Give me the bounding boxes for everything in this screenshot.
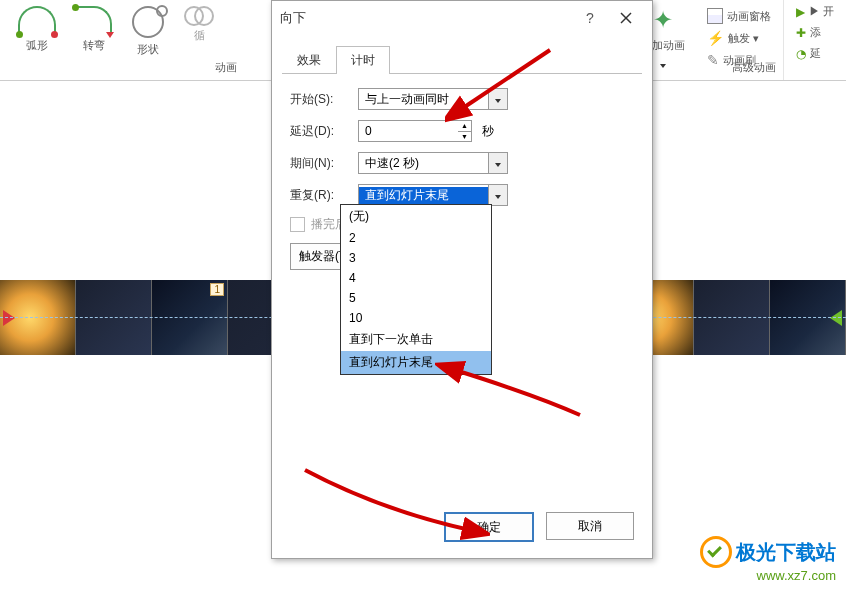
turn-icon bbox=[76, 6, 112, 34]
tab-timing[interactable]: 计时 bbox=[336, 46, 390, 74]
motion-turn[interactable]: 转弯 bbox=[66, 4, 122, 55]
ribbon-group-advanced: 高级动画 bbox=[732, 60, 776, 77]
play-icon: ▶ bbox=[796, 5, 805, 19]
plus-icon: ✚ bbox=[796, 26, 806, 40]
dialog-help-button[interactable]: ? bbox=[572, 4, 608, 32]
clock-icon: ◔ bbox=[796, 47, 806, 61]
repeat-option-3[interactable]: 3 bbox=[341, 248, 491, 268]
dropdown-button[interactable] bbox=[488, 153, 507, 173]
trigger-label: 触发 ▾ bbox=[728, 31, 759, 46]
arc-icon bbox=[18, 6, 56, 34]
chevron-down-icon bbox=[495, 156, 501, 170]
repeat-option-until-end[interactable]: 直到幻灯片末尾 bbox=[341, 351, 491, 374]
timing-delay-row[interactable]: ◔ 延 bbox=[792, 44, 825, 63]
start-marker-icon bbox=[3, 310, 15, 326]
repeat-option-2[interactable]: 2 bbox=[341, 228, 491, 248]
timing-dialog: 向下 ? 效果 计时 开始(S): 与上一动画同时 延迟(D): 0 ▲ ▼ bbox=[271, 0, 653, 559]
animation-pane-label: 动画窗格 bbox=[727, 9, 771, 24]
chevron-down-icon bbox=[660, 57, 666, 71]
pane-icon bbox=[707, 8, 723, 24]
start-label: 开始(S): bbox=[290, 91, 348, 108]
repeat-option-10[interactable]: 10 bbox=[341, 308, 491, 328]
timing-form: 开始(S): 与上一动画同时 延迟(D): 0 ▲ ▼ 秒 期间(N): 中速(… bbox=[272, 74, 652, 284]
add-animation-icon: ✦ bbox=[653, 6, 673, 34]
repeat-label: 重复(R): bbox=[290, 187, 348, 204]
watermark-logo-icon bbox=[700, 536, 732, 568]
tab-effect[interactable]: 效果 bbox=[282, 46, 336, 74]
dialog-tabs: 效果 计时 bbox=[272, 35, 652, 73]
watermark: 极光下载站 www.xz7.com bbox=[700, 536, 836, 583]
timing-start-label: ▶ 开 bbox=[809, 4, 834, 19]
ok-button[interactable]: 确定 bbox=[444, 512, 534, 542]
animation-pane-button[interactable]: 动画窗格 bbox=[703, 6, 775, 26]
bolt-icon: ⚡ bbox=[707, 30, 724, 46]
delay-spinner[interactable]: ▲ ▼ bbox=[458, 120, 472, 142]
dropdown-button[interactable] bbox=[488, 185, 507, 205]
repeat-dropdown-list: (无) 2 3 4 5 10 直到下一次单击 直到幻灯片末尾 bbox=[340, 204, 492, 375]
timing-start-row[interactable]: ▶ ▶ 开 bbox=[792, 2, 838, 21]
spinner-down-button[interactable]: ▼ bbox=[458, 132, 471, 142]
repeat-option-none[interactable]: (无) bbox=[341, 205, 491, 228]
repeat-dropdown-value: 直到幻灯片末尾 bbox=[359, 187, 488, 204]
duration-label: 期间(N): bbox=[290, 155, 348, 172]
motion-shape-label: 形状 bbox=[137, 42, 159, 57]
seconds-label: 秒 bbox=[482, 123, 494, 140]
brush-icon: ✎ bbox=[707, 52, 719, 68]
animation-index-badge: 1 bbox=[210, 283, 224, 296]
loop-icon bbox=[184, 6, 214, 24]
spinner-up-button[interactable]: ▲ bbox=[458, 121, 471, 132]
motion-arc-label: 弧形 bbox=[26, 38, 48, 53]
duration-dropdown-value: 中速(2 秒) bbox=[359, 155, 488, 172]
repeat-option-4[interactable]: 4 bbox=[341, 268, 491, 288]
dropdown-button[interactable] bbox=[488, 89, 507, 109]
motion-loop[interactable]: 循 bbox=[174, 4, 224, 45]
cancel-button[interactable]: 取消 bbox=[546, 512, 634, 540]
repeat-option-5[interactable]: 5 bbox=[341, 288, 491, 308]
start-dropdown-value: 与上一动画同时 bbox=[359, 91, 488, 108]
delay-label: 延迟(D): bbox=[290, 123, 348, 140]
timing-duration-row[interactable]: ✚ 添 bbox=[792, 23, 825, 42]
end-marker-icon bbox=[830, 310, 842, 326]
duration-dropdown[interactable]: 中速(2 秒) bbox=[358, 152, 508, 174]
trigger-button[interactable]: ⚡ 触发 ▾ bbox=[703, 28, 775, 48]
dialog-title: 向下 bbox=[280, 9, 572, 27]
dialog-close-button[interactable] bbox=[608, 4, 644, 32]
motion-arc[interactable]: 弧形 bbox=[8, 4, 66, 55]
start-dropdown[interactable]: 与上一动画同时 bbox=[358, 88, 508, 110]
delay-input[interactable]: 0 bbox=[358, 120, 458, 142]
watermark-url: www.xz7.com bbox=[700, 568, 836, 583]
dialog-button-row: 确定 取消 bbox=[272, 500, 652, 558]
cancel-button-label: 取消 bbox=[578, 518, 602, 535]
ok-button-label: 确定 bbox=[477, 519, 501, 536]
motion-loop-label: 循 bbox=[194, 28, 205, 43]
motion-shape[interactable]: 形状 bbox=[122, 4, 174, 59]
watermark-title: 极光下载站 bbox=[736, 539, 836, 566]
dialog-titlebar: 向下 ? bbox=[272, 1, 652, 35]
chevron-down-icon bbox=[495, 92, 501, 106]
timing-delay-label: 延 bbox=[810, 46, 821, 61]
chevron-down-icon bbox=[495, 188, 501, 202]
rewind-checkbox[interactable] bbox=[290, 217, 305, 232]
motion-turn-label: 转弯 bbox=[83, 38, 105, 53]
ribbon-group-animation: 动画 bbox=[215, 60, 237, 77]
repeat-dropdown[interactable]: 直到幻灯片末尾 bbox=[358, 184, 508, 206]
shape-icon bbox=[132, 6, 164, 38]
timing-duration-label: 添 bbox=[810, 25, 821, 40]
repeat-option-until-click[interactable]: 直到下一次单击 bbox=[341, 328, 491, 351]
close-icon bbox=[620, 12, 632, 24]
delay-value: 0 bbox=[365, 124, 372, 138]
